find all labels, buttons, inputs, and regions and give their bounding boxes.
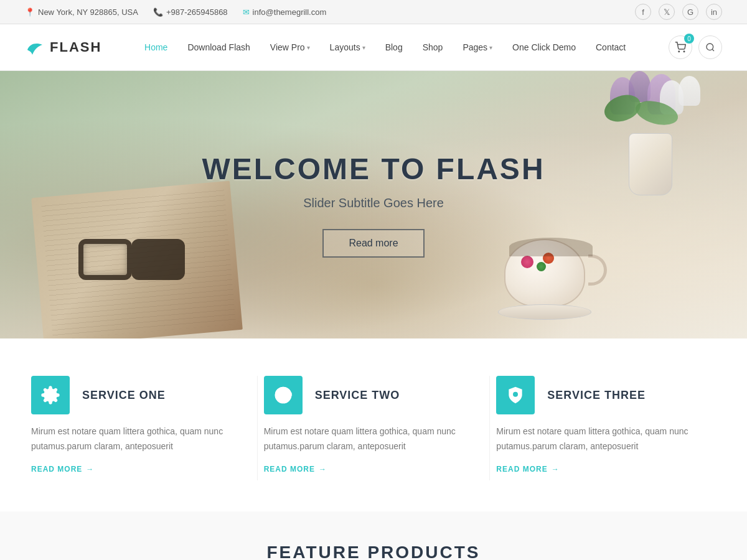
nav-link-layouts[interactable]: Layouts ▾ xyxy=(320,24,375,71)
arrow-right-icon: → xyxy=(319,465,327,474)
hero-glasses-decoration xyxy=(60,239,197,289)
cart-icon xyxy=(675,42,686,53)
chevron-down-icon: ▾ xyxy=(307,44,310,51)
nav-item-blog[interactable]: Blog xyxy=(375,24,413,71)
service-1-read-more-link[interactable]: READ MORE → xyxy=(31,465,94,474)
cup-flower-1 xyxy=(521,256,533,268)
nav-link-viewpro[interactable]: View Pro ▾ xyxy=(260,24,320,71)
nav-item-shop[interactable]: Shop xyxy=(413,24,453,71)
nav-link-home[interactable]: Home xyxy=(134,24,177,71)
chevron-down-icon: ▾ xyxy=(489,44,492,51)
service-3-header: SERVICE THREE xyxy=(496,376,703,414)
navbar: FLASH Home Download Flash View Pro ▾ Lay… xyxy=(0,24,747,71)
service-3-desc: Mirum est notare quam littera gothica, q… xyxy=(496,424,703,454)
location-pin-icon: 📍 xyxy=(25,7,35,17)
service-1-icon-box xyxy=(31,376,70,414)
services-section: SERVICE ONE Mirum est notare quam litter… xyxy=(0,338,747,511)
arrow-right-icon: → xyxy=(552,465,560,474)
cup-saucer xyxy=(498,304,591,320)
svg-line-3 xyxy=(712,49,714,51)
service-item-1: SERVICE ONE Mirum est notare quam litter… xyxy=(25,370,257,487)
nav-item-layouts[interactable]: Layouts ▾ xyxy=(320,24,375,71)
svg-point-5 xyxy=(513,392,518,397)
service-2-title: SERVICE TWO xyxy=(315,389,400,402)
nav-item-home[interactable]: Home xyxy=(134,24,177,71)
twitter-icon[interactable]: 𝕏 xyxy=(659,4,675,20)
service-1-desc: Mirum est notare quam littera gothica, q… xyxy=(31,424,238,454)
chevron-down-icon: ▾ xyxy=(362,44,365,51)
vase-decoration xyxy=(629,133,672,195)
nav-link-shop[interactable]: Shop xyxy=(413,24,453,71)
logo-bird-icon xyxy=(25,37,45,57)
nav-link-blog[interactable]: Blog xyxy=(375,24,413,71)
nav-item-pages[interactable]: Pages ▾ xyxy=(453,24,502,71)
topbar-left: 📍 New York, NY 928865, USA 📞 +987-265945… xyxy=(25,7,326,17)
topbar: 📍 New York, NY 928865, USA 📞 +987-265945… xyxy=(0,0,747,24)
topbar-social: f 𝕏 G in xyxy=(635,4,722,20)
nav-item-oneclickdemo[interactable]: One Click Demo xyxy=(502,24,586,71)
logo-text: FLASH xyxy=(50,39,101,55)
svg-point-0 xyxy=(679,51,680,52)
nav-item-download[interactable]: Download Flash xyxy=(177,24,260,71)
service-2-icon-box xyxy=(264,376,303,414)
facebook-icon[interactable]: f xyxy=(635,4,651,20)
svg-point-1 xyxy=(684,51,685,52)
feature-products-title: FEATURE PRODUCTS xyxy=(25,543,722,560)
service-3-icon-box xyxy=(496,376,535,414)
hero-subtitle: Slider Subtitle Goes Here xyxy=(202,196,545,210)
nav-item-viewpro[interactable]: View Pro ▾ xyxy=(260,24,320,71)
arrow-right-icon: → xyxy=(86,465,94,474)
gear-icon xyxy=(40,385,60,405)
service-item-3: SERVICE THREE Mirum est notare quam litt… xyxy=(490,370,722,487)
googleplus-icon[interactable]: G xyxy=(682,4,698,20)
service-2-header: SERVICE TWO xyxy=(264,376,471,414)
hero-read-more-button[interactable]: Read more xyxy=(322,229,424,258)
flower-white-2 xyxy=(679,76,700,106)
nav-link-oneclickdemo[interactable]: One Click Demo xyxy=(502,24,586,71)
nav-link-pages[interactable]: Pages ▾ xyxy=(453,24,502,71)
service-3-title: SERVICE THREE xyxy=(547,389,646,402)
phone-info: 📞 +987-265945868 xyxy=(153,7,228,17)
soccer-ball-icon xyxy=(273,385,293,405)
hero-title: WELCOME TO FLASH xyxy=(202,152,545,186)
cup-flower-2 xyxy=(537,262,546,271)
nav-right-controls: 0 xyxy=(669,35,722,59)
nav-menu: Home Download Flash View Pro ▾ Layouts ▾… xyxy=(134,24,636,71)
hero-content: WELCOME TO FLASH Slider Subtitle Goes He… xyxy=(189,152,557,258)
feature-products-section: FEATURE PRODUCTS Collaboratively adminis… xyxy=(0,511,747,560)
service-2-desc: Mirum est notare quam littera gothica, q… xyxy=(264,424,471,454)
search-button[interactable] xyxy=(698,35,722,59)
logo[interactable]: FLASH xyxy=(25,37,101,57)
nav-link-download[interactable]: Download Flash xyxy=(177,24,260,71)
phone-icon: 📞 xyxy=(153,7,163,17)
nav-item-contact[interactable]: Contact xyxy=(586,24,636,71)
email-info: ✉ info@themegrill.com xyxy=(243,7,327,17)
service-1-header: SERVICE ONE xyxy=(31,376,238,414)
location-text: New York, NY 928865, USA xyxy=(38,7,138,17)
location-info: 📍 New York, NY 928865, USA xyxy=(25,7,138,17)
email-text: info@themegrill.com xyxy=(253,7,327,17)
svg-point-2 xyxy=(707,44,713,50)
service-item-2: SERVICE TWO Mirum est notare quam litter… xyxy=(258,370,490,487)
service-1-title: SERVICE ONE xyxy=(82,389,166,402)
service-3-read-more-link[interactable]: READ MORE → xyxy=(496,465,559,474)
cart-count-badge: 0 xyxy=(684,34,694,44)
cart-button[interactable]: 0 xyxy=(669,35,692,59)
hero-flowers-area xyxy=(598,71,710,195)
nav-link-contact[interactable]: Contact xyxy=(586,24,636,71)
service-2-read-more-link[interactable]: READ MORE → xyxy=(264,465,327,474)
phone-text: +987-265945868 xyxy=(166,7,228,17)
email-icon: ✉ xyxy=(243,7,250,17)
search-icon xyxy=(705,42,715,52)
linkedin-icon[interactable]: in xyxy=(706,4,722,20)
hero-section: WELCOME TO FLASH Slider Subtitle Goes He… xyxy=(0,71,747,338)
shield-icon xyxy=(505,385,525,405)
